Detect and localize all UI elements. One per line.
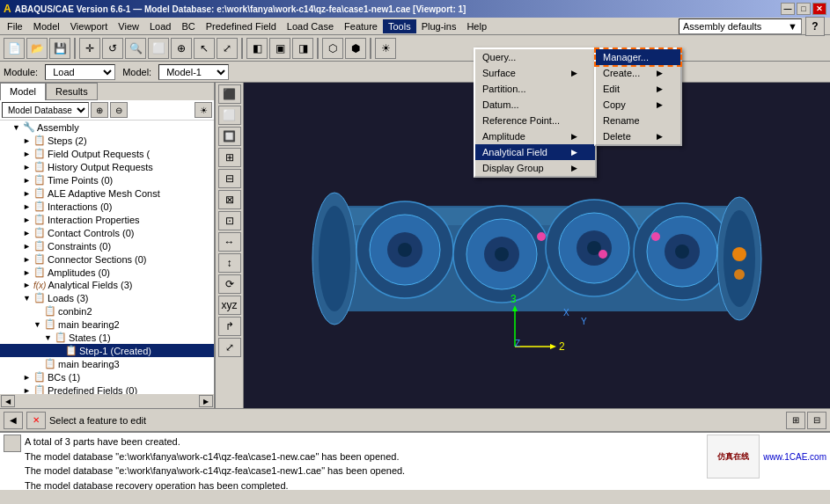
tools-menu-reference-point[interactable]: Reference Point... xyxy=(475,113,595,128)
menu-file[interactable]: File xyxy=(2,19,28,33)
tools-menu-partition[interactable]: Partition... xyxy=(475,81,595,97)
save-button[interactable]: 💾 xyxy=(49,38,70,59)
select-button[interactable]: ↖ xyxy=(194,38,215,59)
submenu-create[interactable]: Create... ▶ xyxy=(596,65,680,81)
tree-item-history-output[interactable]: ► 📋 History Output Requests xyxy=(0,160,214,173)
tools-menu-analytical-field[interactable]: Analytical Field ▶ xyxy=(475,144,595,160)
submenu-rename[interactable]: Rename xyxy=(596,113,680,128)
tree-database-select[interactable]: Model Database xyxy=(2,102,89,118)
expand-steps[interactable]: ► xyxy=(23,136,33,145)
tab-results[interactable]: Results xyxy=(46,83,98,100)
menu-predefined-field[interactable]: Predefined Field xyxy=(201,19,282,33)
module-select[interactable]: Load xyxy=(45,64,115,80)
zoom-button[interactable]: 🔍 xyxy=(125,38,146,59)
scroll-left[interactable]: ◀ xyxy=(1,395,15,407)
tree-item-field-output[interactable]: ► 📋 Field Output Requests ( xyxy=(0,147,214,160)
menu-load-case[interactable]: Load Case xyxy=(282,19,339,33)
vert-btn-5[interactable]: ⊟ xyxy=(218,169,241,188)
tree-item-step1[interactable]: 📋 Step-1 (Created) xyxy=(0,344,214,357)
move-button[interactable]: ✛ xyxy=(79,38,100,59)
new-button[interactable]: 📄 xyxy=(4,38,25,59)
tree-item-constraints[interactable]: ► 📋 Constraints (0) xyxy=(0,239,214,252)
vert-btn-12[interactable]: ↱ xyxy=(218,317,241,336)
tools-menu-display-group[interactable]: Display Group ▶ xyxy=(475,160,595,176)
tree-item-steps[interactable]: ► 📋 Steps (2) xyxy=(0,134,214,147)
tree-item-amplitudes[interactable]: ► 📋 Amplitudes (0) xyxy=(0,266,214,279)
vert-btn-4[interactable]: ⊞ xyxy=(218,148,241,167)
scroll-right[interactable]: ▶ xyxy=(199,395,213,407)
fit-button[interactable]: ⊕ xyxy=(171,38,192,59)
tree-item-analytical-fields[interactable]: ► f(x) Analytical Fields (3) xyxy=(0,279,214,291)
panel-expand-btn[interactable]: ⊕ xyxy=(91,102,108,118)
panel-settings-btn[interactable]: ☀ xyxy=(195,102,212,118)
tree-item-bcs[interactable]: ► 📋 BCs (1) xyxy=(0,370,214,383)
panel-collapse-btn[interactable]: ⊖ xyxy=(110,102,128,118)
align-center-button[interactable]: ▣ xyxy=(269,38,290,59)
vert-btn-1[interactable]: ⬛ xyxy=(218,84,241,104)
stop-button[interactable]: ✕ xyxy=(26,412,46,429)
menu-tools[interactable]: Tools xyxy=(383,19,416,33)
nav-back-button[interactable]: ◀ xyxy=(4,412,23,429)
close-button[interactable]: ✕ xyxy=(812,3,826,15)
viewport-maximize-btn[interactable]: ⊟ xyxy=(807,412,826,429)
align-right-button[interactable]: ◨ xyxy=(292,38,313,59)
vert-btn-9[interactable]: ↕ xyxy=(218,253,241,273)
view-3d-button[interactable]: ⬡ xyxy=(322,38,343,59)
tree-item-predefined-fields[interactable]: ► 📋 Predefined Fields (0) xyxy=(0,383,214,394)
menu-help[interactable]: Help xyxy=(461,19,492,33)
viewport-tile-btn[interactable]: ⊞ xyxy=(786,412,805,429)
vert-btn-8[interactable]: ↔ xyxy=(218,232,241,252)
rotate-button[interactable]: ↺ xyxy=(102,38,123,59)
tools-menu-query[interactable]: Query... xyxy=(475,49,595,65)
vert-btn-13[interactable]: ⤢ xyxy=(218,338,241,357)
light-button[interactable]: ☀ xyxy=(375,38,396,59)
tree-item-connector[interactable]: ► 📋 Connector Sections (0) xyxy=(0,252,214,266)
assembly-defaults-dropdown[interactable]: Assembly defaults ▼ xyxy=(679,18,802,34)
tree-item-contact-controls[interactable]: ► 📋 Contact Controls (0) xyxy=(0,226,214,239)
vert-btn-2[interactable]: ⬜ xyxy=(218,106,241,125)
tree-item-loads[interactable]: ▼ 📋 Loads (3) xyxy=(0,291,214,304)
align-left-button[interactable]: ◧ xyxy=(246,38,268,59)
tools-menu-datum[interactable]: Datum... xyxy=(475,97,595,113)
submenu-edit[interactable]: Edit ▶ xyxy=(596,81,680,97)
menu-viewport[interactable]: Viewport xyxy=(65,19,114,33)
tree-item-main-bearing3[interactable]: 📋 main bearing3 xyxy=(0,357,214,370)
tree-item-conbin2[interactable]: 📋 conbin2 xyxy=(0,304,214,318)
menu-load[interactable]: Load xyxy=(144,19,176,33)
submenu-copy[interactable]: Copy ▶ xyxy=(596,97,680,113)
vert-btn-10[interactable]: ⟳ xyxy=(218,274,241,294)
mesh-button[interactable]: ⬢ xyxy=(345,38,366,59)
open-button[interactable]: 📂 xyxy=(26,38,48,59)
menu-bc[interactable]: BC xyxy=(176,19,200,33)
pan-button[interactable]: ⤢ xyxy=(217,38,238,59)
submenu-manager[interactable]: Manager... xyxy=(596,49,680,65)
menu-plugins[interactable]: Plug-ins xyxy=(416,19,462,33)
panel-tabs: Model Results xyxy=(0,83,214,100)
menu-view[interactable]: View xyxy=(113,19,144,33)
tree-item-assembly[interactable]: ▼ 🔧 Assembly xyxy=(0,121,214,134)
tools-menu-amplitude[interactable]: Amplitude ▶ xyxy=(475,128,595,144)
vert-btn-3[interactable]: 🔲 xyxy=(218,127,241,146)
menu-model[interactable]: Model xyxy=(28,19,65,33)
menu-feature[interactable]: Feature xyxy=(339,19,383,33)
model-select[interactable]: Model-1 xyxy=(158,64,229,80)
help-icon-button[interactable]: ? xyxy=(805,17,825,36)
tree-item-time-points[interactable]: ► 📋 Time Points (0) xyxy=(0,173,214,186)
minimize-button[interactable]: — xyxy=(781,3,795,15)
website-link[interactable]: www.1CAE.com xyxy=(763,452,826,462)
maximize-button[interactable]: □ xyxy=(797,3,811,15)
tree-item-interactions[interactable]: ► 📋 Interactions (0) xyxy=(0,200,214,213)
zoom-box-button[interactable]: ⬜ xyxy=(148,38,169,59)
submenu-delete[interactable]: Delete ▶ xyxy=(596,128,680,144)
tab-model[interactable]: Model xyxy=(0,83,46,100)
vert-btn-7[interactable]: ⊡ xyxy=(218,211,241,230)
vert-btn-11[interactable]: xyz xyxy=(218,296,241,315)
tree-item-states[interactable]: ▼ 📋 States (1) xyxy=(0,331,214,344)
tools-menu-surface[interactable]: Surface ▶ xyxy=(475,65,595,81)
expand-assembly[interactable]: ▼ xyxy=(12,123,23,132)
tree-item-main-bearing2[interactable]: ▼ 📋 main bearing2 xyxy=(0,318,214,331)
tree-item-ale[interactable]: ► 📋 ALE Adaptive Mesh Const xyxy=(0,186,214,200)
status-messages: A total of 3 parts have been created. Th… xyxy=(25,435,405,490)
tree-item-interaction-props[interactable]: ► 📋 Interaction Properties xyxy=(0,213,214,226)
vert-btn-6[interactable]: ⊠ xyxy=(218,190,241,209)
